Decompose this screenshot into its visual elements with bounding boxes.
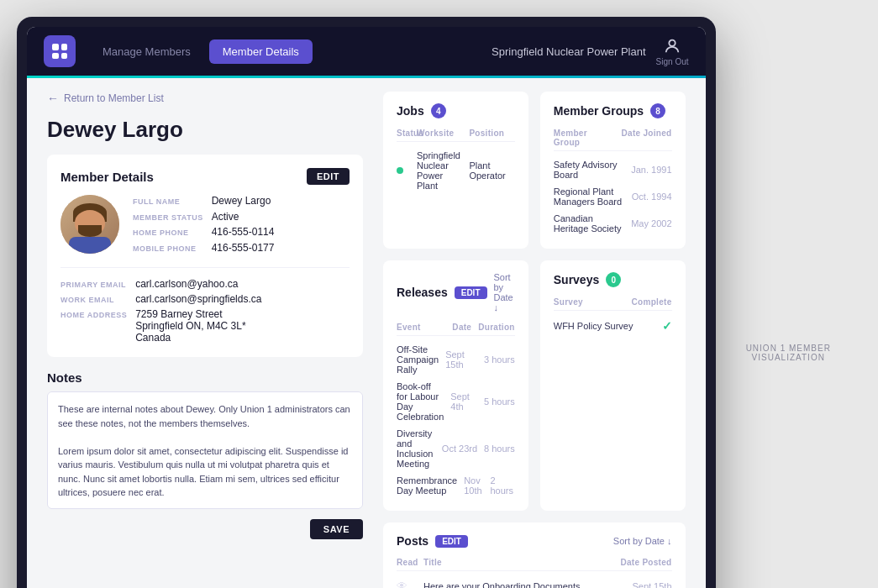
jobs-card: Jobs 4 Status Worksite Position Springfi… [383, 92, 528, 249]
group-date: Oct. 1994 [632, 192, 672, 202]
status-dot [397, 167, 403, 174]
job-position: Plant Operator [469, 160, 514, 181]
releases-col-date: Date [452, 323, 471, 332]
manage-members-link[interactable]: Manage Members [92, 40, 201, 63]
table-row: Canadian Heritage Society May 2002 [554, 210, 672, 237]
table-row: Remembrance Day Meetup Nov 10th 2 hours [397, 472, 515, 499]
app-header: Manage Members Member Details Springfiel… [27, 27, 706, 76]
jobs-col-status: Status [397, 129, 410, 138]
status-value: Active [212, 211, 275, 223]
surveys-header: Surveys 0 [554, 272, 672, 287]
release-duration: 8 hours [484, 444, 515, 454]
survey-complete-icon: ✓ [662, 319, 672, 333]
logo[interactable] [44, 35, 76, 67]
jobs-col-worksite: Worksite [417, 129, 462, 138]
groups-badge: 8 [650, 103, 665, 118]
posts-edit-button[interactable]: EDIT [435, 535, 468, 548]
address-line3: Canada [135, 332, 350, 344]
jobs-table-header: Status Worksite Position [397, 129, 515, 142]
member-details-edit-button[interactable]: EDIT [307, 168, 350, 185]
notes-title: Notes [47, 370, 363, 385]
eye-icon: 👁 [397, 580, 417, 588]
release-event: Book-off for Labour Day Celebration [397, 381, 444, 422]
release-event: Diversity and Inclusion Meeting [397, 428, 435, 469]
full-name-value: Dewey Largo [212, 195, 275, 207]
releases-sort-link[interactable]: Sort by Date ↓ [494, 272, 515, 312]
table-row: WFH Policy Survey ✓ [554, 316, 672, 336]
posts-card: Posts EDIT Sort by Date ↓ Read Title Dat… [383, 522, 686, 588]
sign-out-label[interactable]: Sign Out [656, 57, 689, 66]
member-details-title: Member Details [60, 170, 154, 184]
divider [60, 267, 350, 268]
group-name: Safety Advisory Board [554, 160, 624, 180]
table-row: Regional Plant Managers Board Oct. 1994 [554, 183, 672, 210]
header-nav: Manage Members Member Details [92, 39, 475, 64]
table-row: 👁 Here are your Onboarding Documents Sep… [397, 576, 672, 588]
mobile-phone-value: 416-555-0177 [212, 242, 275, 254]
footer-label: UNION 1 MEMBER VISUALIZATION [716, 337, 861, 369]
notes-textarea[interactable] [47, 391, 363, 509]
jobs-header: Jobs 4 [397, 103, 515, 118]
surveys-table-header: Survey Complete [554, 297, 672, 311]
release-date: Nov 10th [464, 475, 483, 496]
sign-out-area[interactable]: Sign Out [656, 37, 689, 66]
releases-title: Releases [397, 286, 448, 299]
table-row: Book-off for Labour Day Celebration Sept… [397, 378, 515, 425]
posts-header: Posts EDIT Sort by Date ↓ [397, 534, 672, 548]
member-groups-card: Member Groups 8 Member Group Date Joined… [540, 92, 686, 249]
mobile-phone-label: MOBILE PHONE [133, 244, 203, 253]
surveys-title: Surveys [554, 273, 599, 286]
org-name: Springfield Nuclear Power Plant [492, 45, 646, 58]
posts-table-body: 👁 Here are your Onboarding Documents Sep… [397, 576, 672, 588]
releases-col-duration: Duration [478, 323, 515, 332]
posts-col-read: Read [397, 558, 417, 567]
posts-sort-link[interactable]: Sort by Date ↓ [613, 536, 672, 546]
releases-edit-button[interactable]: EDIT [455, 286, 487, 299]
profile-section: FULL NAME Dewey Largo MEMBER STATUS Acti… [60, 195, 350, 254]
left-panel: ← Return to Member List Dewey Largo Memb… [47, 92, 383, 588]
groups-header: Member Groups 8 [554, 103, 672, 118]
person-icon [663, 37, 681, 55]
main-content: ← Return to Member List Dewey Largo Memb… [27, 78, 706, 588]
posts-title: Posts [397, 534, 428, 548]
save-button[interactable]: SAVE [310, 519, 363, 539]
jobs-table-body: Springfield Nuclear Power Plant Plant Op… [397, 147, 515, 194]
jobs-title: Jobs [397, 104, 424, 118]
jobs-badge: 4 [431, 103, 446, 118]
header-right: Springfield Nuclear Power Plant Sign Out [492, 37, 688, 66]
release-date: Sept 15th [445, 349, 477, 370]
primary-email-label: PRIMARY EMAIL [60, 281, 127, 289]
breadcrumb[interactable]: ← Return to Member List [47, 92, 363, 105]
groups-table-header: Member Group Date Joined [554, 129, 672, 151]
basic-info-grid: FULL NAME Dewey Largo MEMBER STATUS Acti… [133, 195, 274, 254]
release-event: Remembrance Day Meetup [397, 475, 457, 496]
surveys-table-body: WFH Policy Survey ✓ [554, 316, 672, 336]
surveys-col-complete: Complete [632, 297, 672, 307]
group-date: May 2002 [631, 218, 671, 228]
member-details-button[interactable]: Member Details [209, 39, 313, 64]
releases-card: Releases EDIT Sort by Date ↓ Event Date … [383, 260, 528, 511]
survey-name: WFH Policy Survey [554, 321, 655, 331]
surveys-col-survey: Survey [554, 297, 625, 307]
svg-point-0 [669, 39, 675, 45]
group-name: Canadian Heritage Society [554, 213, 624, 234]
primary-email-value: carl.carlson@yahoo.ca [135, 278, 350, 290]
member-name: Dewey Largo [47, 117, 363, 143]
release-date: Oct 23rd [442, 444, 477, 454]
job-worksite: Springfield Nuclear Power Plant [417, 150, 462, 191]
releases-col-event: Event [397, 323, 445, 332]
releases-header: Releases EDIT Sort by Date ↓ [397, 272, 515, 312]
avatar [60, 195, 119, 254]
home-phone-value: 416-555-0114 [212, 226, 275, 238]
groups-col-date: Date Joined [622, 129, 672, 147]
notes-section: Notes SAVE [47, 370, 363, 539]
surveys-card: Surveys 0 Survey Complete WFH Policy Sur… [540, 260, 686, 511]
release-event: Off-Site Campaign Rally [397, 344, 439, 375]
group-name: Regional Plant Managers Board [554, 186, 625, 207]
groups-col-group: Member Group [554, 129, 615, 147]
work-email-value: carl.carlson@springfields.ca [135, 293, 350, 305]
post-title: Here are your Onboarding Documents [423, 581, 625, 589]
releases-table-body: Off-Site Campaign Rally Sept 15th 3 hour… [397, 341, 515, 499]
release-duration: 5 hours [484, 396, 515, 407]
address-line1: 7259 Barney Street [135, 308, 350, 320]
